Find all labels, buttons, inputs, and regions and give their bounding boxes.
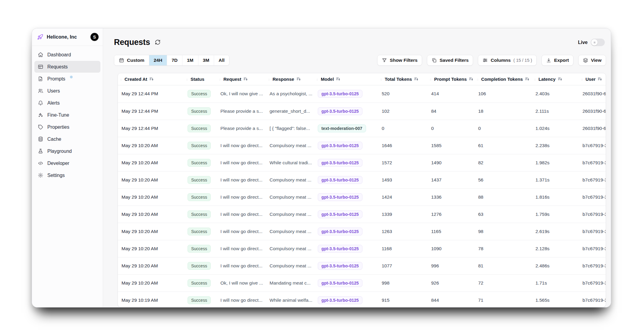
- time-range-all[interactable]: All: [214, 55, 229, 65]
- sidebar-item-users[interactable]: Users: [34, 85, 100, 97]
- time-range-label: Custom: [127, 58, 144, 63]
- table-row[interactable]: May 29 10:20 AMSuccessI will now go dire…: [118, 154, 606, 171]
- time-range-3m[interactable]: 3M: [198, 55, 214, 65]
- cell-created-at: May 29 12:44 PM: [118, 85, 184, 102]
- time-range-1m[interactable]: 1M: [182, 55, 198, 65]
- table-row[interactable]: May 29 10:20 AMSuccessI will now go dire…: [118, 171, 606, 188]
- table-row[interactable]: May 29 10:20 AMSuccessI will now go dire…: [118, 240, 606, 257]
- column-header-status[interactable]: Status: [184, 73, 217, 85]
- cell-model: gpt-3.5-turbo-0125: [314, 206, 378, 223]
- column-header-total-tokens[interactable]: Total Tokens: [378, 73, 428, 85]
- column-header-prompt-tokens[interactable]: Prompt Tokens: [428, 73, 475, 85]
- cell-user: b7c67919-35: [579, 172, 606, 188]
- cell-prompt-tokens: 414: [428, 85, 475, 102]
- model-badge: gpt-3.5-turbo-0125: [318, 245, 362, 253]
- show-filters-button[interactable]: Show Filters: [377, 55, 422, 66]
- cell-user: b7c67919-35: [579, 257, 606, 274]
- cell-total-tokens: 998: [378, 275, 428, 291]
- table-row[interactable]: May 29 12:44 PMSuccessPlease provide a s…: [118, 102, 606, 120]
- cell-completion-tokens: 88: [475, 189, 532, 206]
- columns-button[interactable]: Columns ( 15 / 15 ): [478, 55, 536, 66]
- avatar[interactable]: S: [90, 33, 99, 41]
- table-row[interactable]: May 29 12:44 PMSuccessPlease provide a s…: [118, 120, 606, 137]
- cell-response: Compulsory meat ...: [266, 223, 314, 240]
- cell-latency: 2.128s: [532, 240, 579, 257]
- view-button[interactable]: View: [578, 55, 606, 66]
- cell-request: I will now go direct...: [217, 154, 266, 171]
- time-range-custom[interactable]: Custom: [114, 55, 149, 65]
- sidebar-item-fine-tune[interactable]: Fine-Tune: [34, 109, 100, 121]
- cell-latency: 2.403s: [532, 85, 579, 102]
- refresh-button[interactable]: [154, 39, 161, 46]
- cell-status: Success: [184, 103, 217, 120]
- cell-total-tokens: 1168: [378, 240, 428, 257]
- saved-filters-button[interactable]: Saved Filters: [427, 55, 473, 66]
- cell-request: I will now go direct...: [217, 189, 266, 206]
- cell-status: Success: [184, 172, 217, 188]
- column-label: Request: [223, 77, 241, 82]
- column-header-request[interactable]: Request: [217, 73, 266, 85]
- grip-icon: [268, 78, 270, 81]
- column-label: Response: [273, 77, 294, 82]
- table-row[interactable]: May 29 10:20 AMSuccessI will now go dire…: [118, 137, 606, 154]
- sidebar-item-prompts[interactable]: Prompts: [34, 73, 100, 85]
- export-button[interactable]: Export: [541, 55, 573, 66]
- model-badge: gpt-3.5-turbo-0125: [318, 279, 362, 287]
- cell-user: 26031f90-68: [579, 120, 606, 137]
- cell-total-tokens: 0: [378, 120, 428, 137]
- cell-request: Ok, I will now give ...: [217, 275, 266, 291]
- table-row[interactable]: May 29 10:20 AMSuccessI will now go dire…: [118, 206, 606, 223]
- cell-completion-tokens: 71: [475, 292, 532, 307]
- cell-status: Success: [184, 85, 217, 102]
- table-row[interactable]: May 29 10:20 AMSuccessI will now go dire…: [118, 223, 606, 240]
- page-header: Requests Live: [114, 37, 606, 48]
- time-range-24h[interactable]: 24H: [149, 55, 167, 65]
- live-toggle[interactable]: [591, 39, 605, 46]
- cell-request: Please provide a s...: [217, 120, 266, 137]
- sort-icon: [149, 77, 154, 81]
- cell-status: Success: [184, 240, 217, 257]
- table-row[interactable]: May 29 12:44 PMSuccessOk, I will now giv…: [118, 85, 606, 102]
- table-row[interactable]: May 29 10:19 AMSuccessI will now go dire…: [118, 291, 606, 307]
- status-badge: Success: [188, 279, 211, 287]
- sidebar-item-developer[interactable]: Developer: [34, 157, 100, 169]
- status-badge: Success: [188, 296, 211, 304]
- columns-count: ( 15 / 15 ): [513, 58, 532, 63]
- action-label: Columns: [491, 58, 510, 63]
- cell-latency: 1.759s: [532, 206, 579, 223]
- cell-created-at: May 29 10:20 AM: [118, 223, 184, 240]
- sort-icon: [598, 77, 602, 81]
- cell-prompt-tokens: 1336: [428, 189, 475, 206]
- cell-created-at: May 29 10:19 AM: [118, 292, 184, 307]
- column-header-user[interactable]: User: [579, 73, 606, 85]
- cell-user: b7c67919-35: [579, 292, 606, 307]
- sidebar-item-playground[interactable]: Playground: [34, 145, 100, 157]
- users-icon: [38, 88, 43, 94]
- sidebar-item-properties[interactable]: Properties: [34, 121, 100, 133]
- action-label: Export: [554, 58, 569, 63]
- bell-icon: [38, 100, 43, 106]
- sidebar-item-cache[interactable]: Cache: [34, 133, 100, 145]
- column-header-model[interactable]: Model: [314, 73, 378, 85]
- asterisk-icon: [593, 41, 596, 44]
- org-switcher[interactable]: Helicone, Inc S: [32, 28, 103, 46]
- calendar-icon: [119, 58, 124, 63]
- sidebar-item-dashboard[interactable]: Dashboard: [34, 49, 100, 61]
- cell-response: Compulsory meat ...: [266, 206, 314, 223]
- table-row[interactable]: May 29 10:20 AMSuccessOk, I will now giv…: [118, 274, 606, 291]
- model-badge: gpt-3.5-turbo-0125: [318, 210, 362, 218]
- rocket-icon: [37, 34, 43, 40]
- column-label: Latency: [538, 77, 556, 82]
- table-row[interactable]: May 29 10:20 AMSuccessI will now go dire…: [118, 188, 606, 206]
- cell-completion-tokens: 81: [475, 257, 532, 274]
- sidebar-item-alerts[interactable]: Alerts: [34, 97, 100, 109]
- column-label: Status: [191, 77, 204, 82]
- sidebar-item-settings[interactable]: Settings: [34, 169, 100, 181]
- sidebar-item-requests[interactable]: Requests: [34, 61, 100, 73]
- column-header-latency[interactable]: Latency: [532, 73, 579, 85]
- column-header-response[interactable]: Response: [266, 73, 314, 85]
- time-range-7d[interactable]: 7D: [167, 55, 182, 65]
- column-header-created-at[interactable]: Created At: [118, 73, 184, 85]
- column-header-completion-tokens[interactable]: Completion Tokens: [475, 73, 532, 85]
- table-row[interactable]: May 29 10:20 AMSuccessI will now go dire…: [118, 257, 606, 274]
